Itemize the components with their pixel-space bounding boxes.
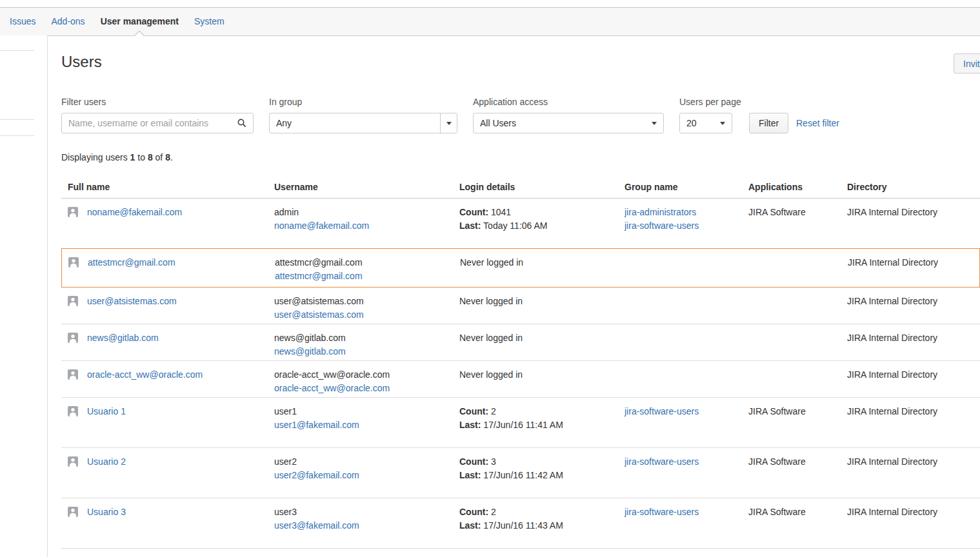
user-fullname-link[interactable]: attestmcr@gmail.com — [88, 256, 175, 269]
applications-cell: JIRA Software — [748, 455, 806, 469]
group-name-cell: jira-administratorsjira-software-users — [625, 206, 699, 233]
table-row: oracle-acct_ww@oracle.com oracle-acct_ww… — [61, 361, 980, 398]
user-avatar-icon — [68, 333, 78, 347]
user-email-link[interactable]: news@gitlab.com — [274, 346, 346, 357]
user-email-link[interactable]: user3@fakemail.com — [274, 520, 359, 531]
group-link-jira-software-users[interactable]: jira-software-users — [625, 505, 699, 519]
directory-cell: JIRA Internal Directory — [847, 505, 937, 519]
filter-users-label: Filter users — [61, 97, 106, 107]
login-details-cell: Count: 3 Last: 17/Jun/16 11:42 AM — [459, 455, 563, 482]
user-fullname-link[interactable]: user@atsistemas.com — [87, 295, 177, 308]
user-fullname-link[interactable]: Usuario 1 — [87, 405, 126, 418]
page-title: Users — [61, 53, 102, 71]
applications-cell: JIRA Software — [748, 206, 806, 219]
group-name-cell: jira-software-users — [625, 405, 699, 418]
search-icon — [237, 118, 247, 128]
table-row: user@atsistemas.com user@atsistemas.com … — [61, 288, 980, 324]
user-email-link[interactable]: noname@fakemail.com — [274, 220, 369, 231]
group-link-jira-administrators[interactable]: jira-administrators — [625, 206, 699, 219]
group-link-jira-software-users[interactable]: jira-software-users — [625, 455, 699, 469]
username-cell: news@gitlab.com news@gitlab.com — [274, 331, 346, 358]
directory-cell: JIRA Internal Directory — [847, 295, 937, 308]
users-per-page-select[interactable]: 20 — [679, 113, 732, 133]
user-username: oracle-acct_ww@oracle.com — [274, 368, 390, 382]
reset-filter-link[interactable]: Reset filter — [796, 113, 839, 133]
login-last-label: Last: — [459, 420, 481, 430]
user-email-link[interactable]: oracle-acct_ww@oracle.com — [274, 383, 390, 393]
user-username: user1 — [274, 405, 359, 418]
user-email-link[interactable]: user2@fakemail.com — [274, 470, 359, 480]
user-avatar-icon — [68, 406, 78, 420]
sidebar-divider — [0, 119, 34, 120]
user-email-link[interactable]: attestmcr@gmail.com — [275, 271, 363, 281]
username-cell: user@atsistemas.com user@atsistemas.com — [274, 295, 364, 322]
filter-button[interactable]: Filter — [749, 113, 788, 133]
chevron-down-icon — [720, 122, 725, 125]
group-link-jira-software-users[interactable]: jira-software-users — [625, 405, 699, 418]
in-group-select[interactable]: Any — [269, 113, 457, 133]
nav-item-system[interactable]: System — [194, 8, 225, 35]
login-count-label: Count: — [459, 207, 488, 217]
column-header-applications: Applications — [748, 182, 803, 192]
main-content: Users Invite Filter users In group Appli… — [48, 36, 980, 557]
login-count-label: Count: — [459, 456, 488, 467]
applications-cell: JIRA Software — [748, 405, 806, 418]
user-avatar-icon — [68, 296, 78, 310]
login-details-cell: Count: 1041 Last: Today 11:06 AM — [459, 206, 547, 233]
user-email-link[interactable]: user1@fakemail.com — [274, 420, 359, 430]
nav-item-issues[interactable]: Issues — [10, 8, 35, 35]
username-cell: user2 user2@fakemail.com — [274, 455, 359, 482]
user-username: news@gitlab.com — [274, 331, 346, 345]
login-counted: Count: 2 Last: 17/Jun/16 11:43 AM — [459, 505, 563, 533]
user-avatar-icon — [68, 369, 78, 384]
username-cell: attestmcr@gmail.com attestmcr@gmail.com — [275, 256, 363, 283]
login-count-value: 1041 — [491, 207, 511, 217]
login-last-value: 17/Jun/16 11:43 AM — [483, 520, 563, 531]
login-never-text: Never logged in — [459, 368, 523, 382]
user-username: attestmcr@gmail.com — [275, 256, 363, 269]
nav-item-user-management[interactable]: User management — [101, 8, 179, 35]
full-name-cell: oracle-acct_ww@oracle.com — [68, 368, 203, 384]
invite-users-button[interactable]: Invite — [954, 54, 980, 73]
user-fullname-link[interactable]: Usuario 3 — [87, 505, 126, 519]
username-cell: admin noname@fakemail.com — [274, 206, 369, 233]
login-count-value: 3 — [491, 456, 496, 467]
login-last-value: Today 11:06 AM — [483, 220, 547, 231]
chevron-down-icon — [652, 122, 657, 125]
table-row: news@gitlab.com news@gitlab.com news@git… — [61, 324, 980, 361]
nav-item-add-ons[interactable]: Add-ons — [51, 8, 85, 35]
login-last-label: Last: — [459, 220, 481, 231]
table-row: Usuario 2 user2 user2@fakemail.com Count… — [61, 448, 980, 498]
user-fullname-link[interactable]: noname@fakemail.com — [87, 206, 182, 219]
directory-cell: JIRA Internal Directory — [847, 206, 937, 219]
login-details-cell: Never logged in — [459, 368, 523, 382]
column-header-username: Username — [274, 182, 318, 192]
login-last-label: Last: — [459, 470, 481, 480]
table-row: Usuario 3 user3 user3@fakemail.com Count… — [61, 498, 980, 549]
group-name-cell: jira-software-users — [625, 505, 699, 519]
column-header-directory: Directory — [847, 182, 886, 192]
group-link-jira-software-users[interactable]: jira-software-users — [625, 219, 699, 233]
login-counted: Count: 1041 Last: Today 11:06 AM — [459, 206, 547, 233]
user-avatar-icon — [68, 257, 79, 271]
users-table-body: noname@fakemail.com admin noname@fakemai… — [61, 199, 980, 549]
login-details-cell: Never logged in — [459, 331, 523, 345]
filter-users-input[interactable] — [61, 113, 254, 133]
in-group-dropdown-button[interactable] — [440, 113, 457, 133]
column-header-login-details: Login details — [459, 182, 515, 192]
application-access-select[interactable]: All Users — [473, 113, 664, 133]
login-count-label: Count: — [459, 406, 488, 416]
user-email-link[interactable]: user@atsistemas.com — [274, 309, 364, 320]
user-fullname-link[interactable]: Usuario 2 — [87, 455, 126, 469]
login-last-label: Last: — [459, 520, 481, 531]
left-sidebar — [0, 35, 48, 557]
user-fullname-link[interactable]: news@gitlab.com — [87, 331, 159, 345]
login-never-text: Never logged in — [460, 256, 523, 269]
login-count-value: 2 — [491, 406, 496, 416]
directory-cell: JIRA Internal Directory — [848, 256, 938, 269]
user-fullname-link[interactable]: oracle-acct_ww@oracle.com — [87, 368, 203, 382]
login-counted: Count: 2 Last: 17/Jun/16 11:41 AM — [459, 405, 563, 432]
group-name-cell: jira-software-users — [625, 455, 699, 469]
login-last-value: 17/Jun/16 11:41 AM — [483, 420, 563, 430]
username-cell: user1 user1@fakemail.com — [274, 405, 359, 432]
